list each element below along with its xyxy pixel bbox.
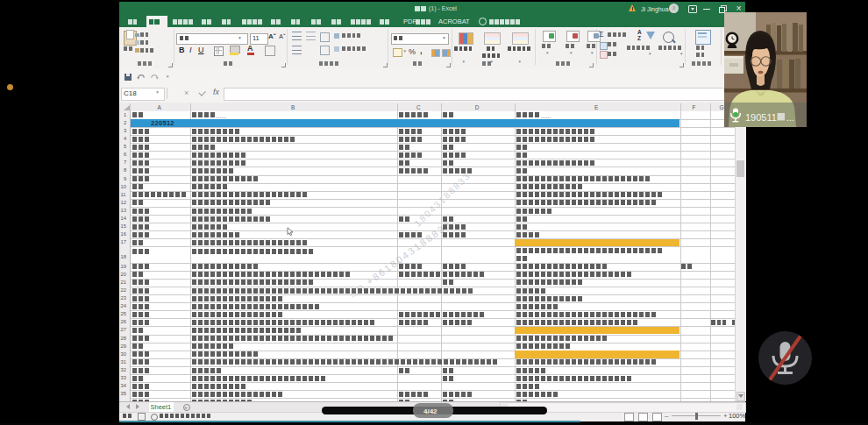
svg-text:...: ... (786, 112, 794, 123)
svg-text:190511: 190511 (745, 112, 777, 123)
